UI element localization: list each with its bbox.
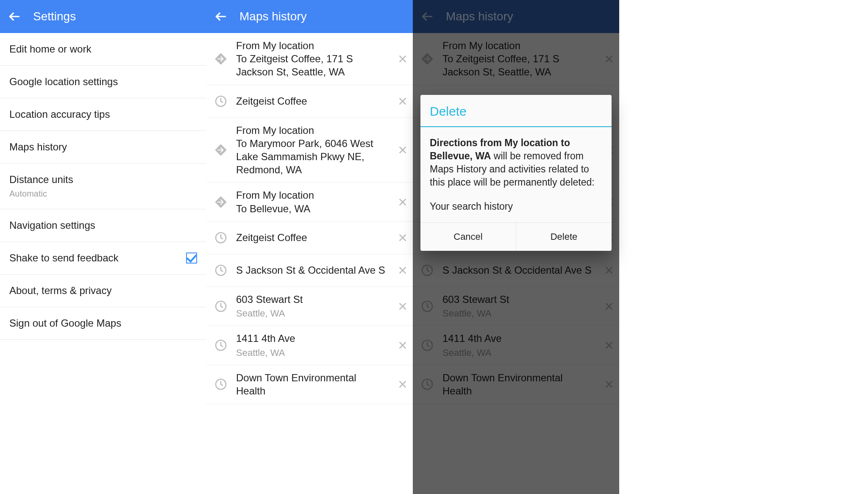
clock-icon: [211, 264, 231, 277]
settings-item[interactable]: Maps history: [0, 131, 206, 164]
history-line: 603 Stewart St: [236, 293, 387, 306]
history-item[interactable]: From My locationTo Bellevue, WA: [206, 183, 413, 221]
dialog-actions: Cancel Delete: [420, 222, 612, 251]
history-line: 1411 4th Ave: [442, 332, 594, 345]
cancel-button[interactable]: Cancel: [420, 223, 516, 251]
appbar-history: Maps history: [206, 0, 413, 33]
settings-item[interactable]: Edit home or work: [0, 33, 206, 66]
settings-item[interactable]: Location accuracy tips: [0, 98, 206, 131]
history-line: Zeitgeist Coffee: [236, 231, 387, 244]
close-icon[interactable]: [599, 296, 619, 316]
settings-pane: Settings Edit home or workGoogle locatio…: [0, 0, 206, 494]
history-line: To Bellevue, WA: [236, 202, 387, 215]
clock-icon: [417, 264, 437, 277]
clock-icon: [211, 339, 231, 352]
close-icon[interactable]: [392, 91, 413, 111]
settings-item[interactable]: Google location settings: [0, 66, 206, 98]
history-line: To Marymoor Park, 6046 West Lake Sammami…: [236, 137, 387, 177]
history-line: Zeitgeist Coffee: [236, 94, 387, 108]
history-item[interactable]: Zeitgeist Coffee: [206, 222, 413, 254]
history-item-text: From My locationTo Zeitgeist Coffee, 171…: [442, 39, 594, 79]
history-item[interactable]: From My locationTo Marymoor Park, 6046 W…: [206, 118, 413, 183]
close-icon[interactable]: [392, 335, 413, 355]
settings-item-label: About, terms & privacy: [9, 285, 111, 297]
history-list: From My locationTo Zeitgeist Coffee, 171…: [206, 33, 413, 494]
delete-button[interactable]: Delete: [516, 223, 612, 251]
history-item[interactable]: Zeitgeist Coffee: [206, 85, 413, 118]
settings-item[interactable]: Navigation settings: [0, 209, 206, 242]
close-icon[interactable]: [392, 228, 413, 248]
clock-icon: [211, 300, 231, 313]
settings-item[interactable]: Sign out of Google Maps: [0, 307, 206, 340]
history-line: From My location: [236, 189, 387, 202]
settings-item-label: Navigation settings: [9, 219, 95, 231]
history-item-text: From My locationTo Zeitgeist Coffee, 171…: [236, 39, 387, 79]
clock-icon: [211, 377, 231, 391]
close-icon[interactable]: [392, 296, 413, 316]
history-item-text: Down Town Environmental Health: [442, 371, 594, 397]
close-icon[interactable]: [599, 374, 619, 394]
close-icon[interactable]: [392, 374, 413, 394]
history-item[interactable]: Down Town Environmental Health: [413, 365, 619, 404]
history-subline: Seattle, WA: [442, 308, 594, 320]
close-icon[interactable]: [599, 335, 619, 355]
directions-icon: [211, 195, 231, 209]
settings-item-label: Location accuracy tips: [9, 108, 110, 120]
page-title: Maps history: [239, 10, 307, 23]
settings-item-label: Maps history: [9, 141, 67, 153]
history-line: Down Town Environmental Health: [442, 371, 594, 397]
history-line: S Jackson St & Occidental Ave S: [236, 264, 387, 277]
history-item[interactable]: 1411 4th AveSeattle, WA: [206, 326, 413, 365]
history-item[interactable]: From My locationTo Zeitgeist Coffee, 171…: [206, 33, 413, 85]
history-item-text: 603 Stewart StSeattle, WA: [442, 293, 594, 320]
checkbox-icon[interactable]: [186, 253, 197, 264]
history-item-text: Zeitgeist Coffee: [236, 231, 387, 244]
back-arrow-icon: [420, 10, 434, 23]
back-arrow-icon[interactable]: [214, 10, 228, 23]
close-icon[interactable]: [392, 49, 413, 69]
settings-item-label: Distance units: [9, 174, 73, 186]
settings-item[interactable]: About, terms & privacy: [0, 275, 206, 307]
history-line: To Zeitgeist Coffee, 171 S Jackson St, S…: [442, 52, 594, 78]
close-icon[interactable]: [599, 260, 619, 280]
settings-item-label: Sign out of Google Maps: [9, 317, 121, 329]
history-line: 1411 4th Ave: [236, 332, 387, 345]
history-item[interactable]: S Jackson St & Occidental Ave S: [206, 254, 413, 287]
history-item[interactable]: 1411 4th AveSeattle, WA: [413, 326, 619, 365]
settings-item[interactable]: Distance unitsAutomatic: [0, 164, 206, 209]
history-item[interactable]: 603 Stewart StSeattle, WA: [206, 287, 413, 326]
page-title: Settings: [33, 10, 76, 23]
history-item[interactable]: 603 Stewart StSeattle, WA: [413, 287, 619, 326]
directions-icon: [211, 143, 231, 157]
history-item-text: 1411 4th AveSeattle, WA: [442, 332, 594, 359]
maps-history-pane: Maps history From My locationTo Zeitgeis…: [206, 0, 413, 494]
directions-icon: [211, 52, 231, 66]
dialog-title: Delete: [420, 95, 612, 127]
history-item[interactable]: Down Town Environmental Health: [206, 365, 413, 404]
dialog-sub-text: Your search history: [430, 200, 602, 213]
clock-icon: [417, 377, 437, 391]
settings-item-sub: Automatic: [9, 189, 73, 199]
history-line: To Zeitgeist Coffee, 171 S Jackson St, S…: [236, 52, 387, 78]
history-item[interactable]: S Jackson St & Occidental Ave S: [413, 254, 619, 287]
page-title: Maps history: [446, 10, 513, 23]
history-item-text: Zeitgeist Coffee: [236, 94, 387, 108]
history-item[interactable]: From My locationTo Zeitgeist Coffee, 171…: [413, 33, 619, 85]
history-item-text: S Jackson St & Occidental Ave S: [442, 264, 594, 277]
close-icon[interactable]: [599, 49, 619, 69]
close-icon[interactable]: [392, 140, 413, 160]
maps-history-dialog-pane: Maps history From My locationTo Zeitgeis…: [413, 0, 619, 494]
history-item-text: 1411 4th AveSeattle, WA: [236, 332, 387, 359]
close-icon[interactable]: [392, 192, 413, 212]
settings-list: Edit home or workGoogle location setting…: [0, 33, 206, 494]
appbar-history-dim: Maps history: [413, 0, 619, 33]
history-line: Down Town Environmental Health: [236, 371, 387, 397]
history-line: From My location: [236, 39, 387, 52]
appbar-settings: Settings: [0, 0, 206, 33]
back-arrow-icon[interactable]: [8, 10, 21, 23]
clock-icon: [417, 339, 437, 352]
settings-item-label: Shake to send feedback: [9, 252, 119, 264]
close-icon[interactable]: [392, 260, 413, 280]
settings-item[interactable]: Shake to send feedback: [0, 242, 206, 275]
history-line: 603 Stewart St: [442, 293, 594, 306]
